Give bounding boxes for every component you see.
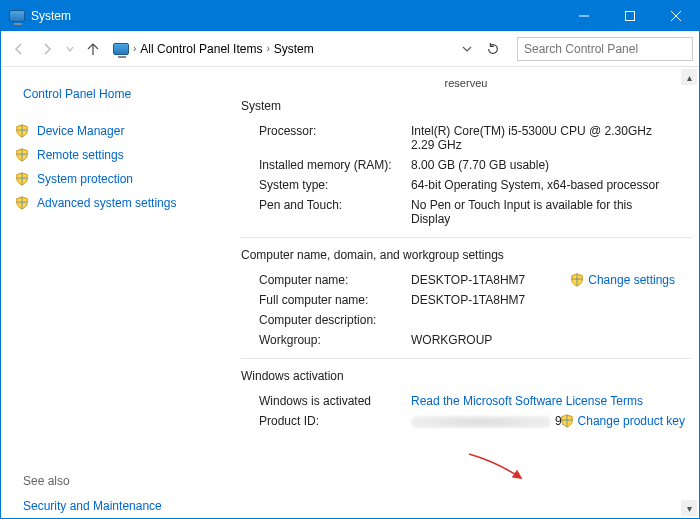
sidebar-item-advanced-settings[interactable]: Advanced system settings [1,191,233,215]
see-also-heading: See also [1,468,233,494]
license-terms-link[interactable]: Read the Microsoft Software License Term… [411,394,643,408]
sidebar-item-label: Remote settings [37,148,124,162]
breadcrumb[interactable]: › All Control Panel Items › System [109,37,451,61]
titlebar: System [1,1,699,31]
nav-back-button[interactable] [7,37,31,61]
nav-recent-button[interactable] [63,37,77,61]
change-settings-link[interactable]: Change settings [570,273,675,287]
activation-status: Windows is activated [241,394,411,408]
sidebar-item-system-protection[interactable]: System protection [1,167,233,191]
change-settings-label: Change settings [588,273,675,287]
info-label: Computer name: [241,273,411,287]
info-label: Pen and Touch: [241,198,411,226]
info-label: System type: [241,178,411,192]
shield-icon [570,273,584,287]
change-product-key-label: Change product key [578,414,685,428]
sidebar-item-device-manager[interactable]: Device Manager [1,119,233,143]
truncated-text: reserveu [241,77,691,89]
info-label: Installed memory (RAM): [241,158,411,172]
info-row: Computer description: [241,310,691,330]
scroll-down-button[interactable]: ▾ [681,500,697,516]
info-value: 8.00 GB (7.70 GB usable) [411,158,691,172]
sidebar-item-label: System protection [37,172,133,186]
sidebar-item-remote-settings[interactable]: Remote settings [1,143,233,167]
breadcrumb-item[interactable]: System [274,42,314,56]
info-row: Pen and Touch: No Pen or Touch Input is … [241,195,691,229]
scroll-up-button[interactable]: ▴ [681,69,697,85]
breadcrumb-sep-icon: › [266,43,269,54]
info-row: Windows is activated Read the Microsoft … [241,391,691,411]
shield-icon [560,414,574,428]
nav-forward-button[interactable] [35,37,59,61]
sidebar-item-security-maintenance[interactable]: Security and Maintenance [1,494,233,518]
close-button[interactable] [653,1,699,31]
breadcrumb-sep-icon: › [133,43,136,54]
shield-icon [15,196,29,210]
info-value: DESKTOP-1TA8HM7 [411,293,691,307]
info-value: DESKTOP-1TA8HM7 Change settings [411,273,691,287]
info-value [411,313,691,327]
info-row: Computer name: DESKTOP-1TA8HM7 Change se… [241,270,691,290]
info-value: 64-bit Operating System, x64-based proce… [411,178,691,192]
sidebar-item-label: Device Manager [37,124,124,138]
annotation-arrow-icon [467,452,527,482]
info-label: Product ID: [241,414,411,428]
nav-up-button[interactable] [81,37,105,61]
section-heading-activation: Windows activation [241,369,691,383]
window-title: System [31,9,71,23]
address-bar: › All Control Panel Items › System [1,31,699,67]
address-dropdown-button[interactable] [455,37,479,61]
info-label: Computer description: [241,313,411,327]
refresh-button[interactable] [481,37,505,61]
info-label: Processor: [241,124,411,152]
sidebar-item-label: Advanced system settings [37,196,176,210]
monitor-icon [113,43,129,55]
info-value: Intel(R) Core(TM) i5-5300U CPU @ 2.30GHz… [411,124,691,152]
system-icon [9,10,25,22]
control-panel-home-link[interactable]: Control Panel Home [1,79,233,119]
info-row: Installed memory (RAM): 8.00 GB (7.70 GB… [241,155,691,175]
section-heading-domain: Computer name, domain, and workgroup set… [241,248,691,262]
maximize-button[interactable] [607,1,653,31]
section-heading-system: System [241,99,691,113]
minimize-button[interactable] [561,1,607,31]
info-label: Full computer name: [241,293,411,307]
shield-icon [15,148,29,162]
info-value: 91 Change product key [411,414,691,428]
info-row: System type: 64-bit Operating System, x6… [241,175,691,195]
breadcrumb-item[interactable]: All Control Panel Items [140,42,262,56]
sidebar-item-label: Security and Maintenance [23,499,162,513]
search-input[interactable] [524,42,686,56]
divider [241,237,691,238]
svg-rect-1 [626,12,635,21]
sidebar: Control Panel Home Device Manager Remote… [1,67,233,518]
info-value: No Pen or Touch Input is available for t… [411,198,691,226]
info-row: Full computer name: DESKTOP-1TA8HM7 [241,290,691,310]
info-row: Workgroup: WORKGROUP [241,330,691,350]
change-product-key-link[interactable]: Change product key [560,414,685,428]
content-pane: ▴ ▾ reserveu System Processor: Intel(R) … [233,67,699,518]
search-box[interactable] [517,37,693,61]
divider [241,358,691,359]
info-row: Processor: Intel(R) Core(TM) i5-5300U CP… [241,121,691,155]
computer-name-value: DESKTOP-1TA8HM7 [411,273,525,287]
shield-icon [15,124,29,138]
redacted-product-id [411,416,551,428]
info-value: WORKGROUP [411,333,691,347]
info-label: Workgroup: [241,333,411,347]
shield-icon [15,172,29,186]
info-row: Product ID: 91 Change product key [241,411,691,431]
